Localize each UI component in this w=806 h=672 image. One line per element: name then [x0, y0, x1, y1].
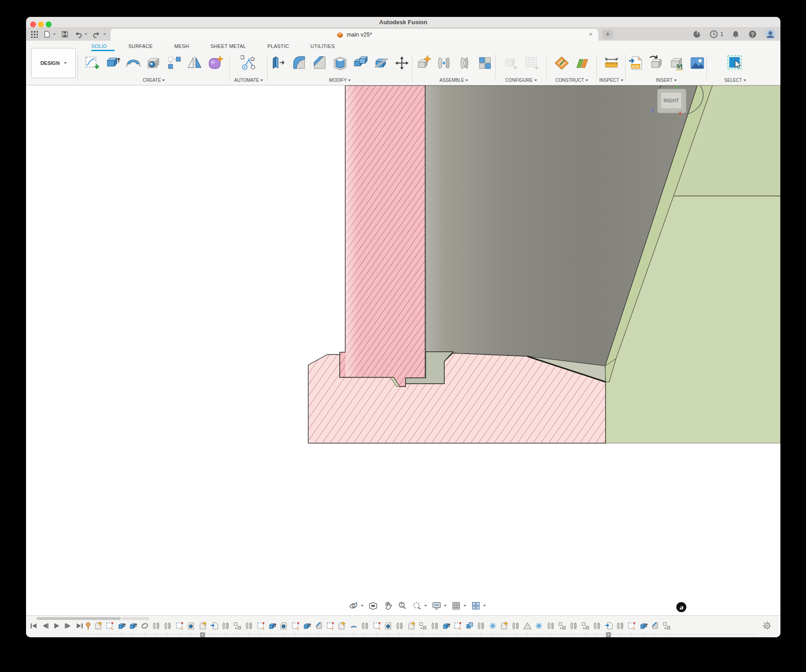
timeline-feature-sketch-icon[interactable] [500, 621, 509, 630]
viewport-canvas[interactable] [26, 85, 780, 615]
bell-icon[interactable] [731, 30, 740, 39]
timeline-feature-extrude-icon[interactable] [302, 621, 311, 630]
assistant-icon[interactable]: a [676, 602, 686, 612]
pattern-button[interactable] [166, 55, 183, 71]
timeline-feature-joint-icon[interactable] [152, 621, 161, 630]
insert-mcmaster-button[interactable]: M [669, 55, 685, 71]
timeline-feature-hole-icon[interactable] [186, 621, 195, 630]
measure-button[interactable] [603, 55, 620, 71]
ribbon-tab-solid[interactable]: SOLID [91, 43, 107, 49]
move-button[interactable] [394, 55, 410, 71]
extension-icon[interactable] [692, 30, 701, 39]
timeline-feature-extrude-icon[interactable] [442, 621, 451, 630]
orbit-button[interactable] [348, 601, 363, 611]
timeline-feature-sketch-icon[interactable] [94, 621, 103, 630]
ribbon-group-label[interactable]: MODIFY [269, 78, 411, 83]
fit-button[interactable] [412, 601, 427, 611]
ribbon-group-label[interactable]: INSERT [627, 78, 706, 83]
timeline-scrollbar-thumb-2[interactable] [122, 617, 149, 620]
viewcube-face-label[interactable]: RIGHT [657, 89, 685, 112]
insert-svg-button[interactable]: SVG [627, 55, 644, 71]
timeline-feature-sketch-edit-icon[interactable] [372, 621, 381, 630]
shell-button[interactable] [332, 55, 348, 71]
configuration-table-button[interactable] [523, 55, 540, 71]
ribbon-group-label[interactable]: SELECT [708, 78, 763, 83]
timeline-settings-gear-icon[interactable] [762, 621, 772, 631]
apps-grid-button[interactable] [29, 29, 40, 39]
viewcube[interactable]: RIGHT Y Z X [655, 87, 687, 116]
viewport[interactable]: RIGHT Y Z X a [26, 85, 780, 615]
grid-settings-button[interactable] [451, 601, 466, 611]
ribbon-group-label[interactable]: CONSTRUCT [548, 78, 596, 83]
close-tab-icon[interactable]: × [589, 31, 593, 38]
timeline-feature-triangle-icon[interactable] [523, 621, 532, 630]
extrude-button[interactable] [105, 55, 121, 71]
timeline-feature-align-icon[interactable] [233, 621, 242, 630]
go-to-end-button[interactable] [75, 622, 84, 630]
timeline-feature-import-icon[interactable] [210, 621, 219, 630]
timeline-feature-hole-icon[interactable] [384, 621, 393, 630]
timeline-group-expand-button[interactable]: + [200, 632, 205, 637]
ribbon-tab-plastic[interactable]: PLASTIC [268, 43, 289, 49]
timeline-feature-chamfer-icon[interactable] [650, 621, 659, 630]
help-icon[interactable]: ? [748, 30, 757, 39]
timeline-feature-chamfer-icon[interactable] [314, 621, 323, 630]
timeline-feature-align-icon[interactable] [558, 621, 567, 630]
timeline-group-expand-button[interactable]: + [606, 632, 611, 637]
timeline-feature-sketch-edit-icon[interactable] [291, 621, 300, 630]
timeline-feature-hole-icon[interactable] [279, 621, 288, 630]
timeline-feature-joint-icon[interactable] [476, 621, 485, 630]
workspace-selector[interactable]: DESIGN [31, 48, 76, 78]
fillet-button[interactable] [291, 55, 307, 71]
viewports-button[interactable] [471, 601, 486, 611]
chamfer-button[interactable] [311, 55, 328, 71]
timeline-feature-joint-icon[interactable] [395, 621, 404, 630]
revolve-button[interactable] [125, 55, 142, 71]
display-settings-button[interactable] [432, 601, 447, 611]
hole-button[interactable] [146, 55, 162, 71]
insert-mesh-button[interactable] [648, 55, 664, 71]
document-tab[interactable]: main v25* × [111, 29, 598, 41]
timeline-feature-joint-icon[interactable] [569, 621, 578, 630]
timeline-feature-sketch-icon[interactable] [407, 621, 416, 630]
timeline-feature-joint-icon[interactable] [430, 621, 439, 630]
as-built-joint-button[interactable] [456, 55, 473, 71]
automate-button[interactable] [241, 55, 257, 71]
timeline-feature-sketch-edit-icon[interactable] [453, 621, 462, 630]
clock-icon[interactable] [709, 30, 718, 39]
ribbon-group-label[interactable]: CREATE [79, 78, 229, 83]
rigid-group-button[interactable] [477, 55, 493, 71]
timeline-feature-link-icon[interactable] [140, 621, 149, 630]
zoom-button[interactable] [397, 601, 407, 611]
ribbon-tab-sheet-metal[interactable]: SHEET METAL [211, 43, 246, 49]
new-component-button[interactable] [415, 55, 432, 71]
create-sketch-button[interactable] [84, 55, 100, 71]
play-button[interactable] [53, 622, 61, 630]
timeline-feature-sketch-edit-icon[interactable] [256, 621, 265, 630]
file-new-button[interactable] [42, 29, 58, 39]
go-to-start-button[interactable] [30, 622, 38, 630]
timeline-feature-combine-icon[interactable] [465, 621, 474, 630]
undo-button[interactable] [72, 29, 89, 39]
timeline-feature-joint-icon[interactable] [616, 621, 625, 630]
timeline-feature-sketch-edit-icon[interactable] [326, 621, 335, 630]
redo-button[interactable] [91, 29, 108, 39]
combine-button[interactable] [353, 55, 369, 71]
step-forward-button[interactable] [64, 622, 72, 630]
new-tab-button[interactable]: + [602, 30, 613, 39]
offset-plane-button[interactable] [574, 55, 590, 71]
avatar-icon[interactable] [765, 29, 776, 40]
timeline-feature-extrude-icon[interactable] [128, 621, 137, 630]
form-button[interactable] [207, 55, 224, 71]
timeline-feature-joint-icon[interactable] [244, 621, 253, 630]
timeline-feature-sketch-edit-icon[interactable] [105, 621, 114, 630]
timeline-feature-snowflake-icon[interactable] [488, 621, 497, 630]
timeline-feature-extrude-icon[interactable] [639, 621, 648, 630]
timeline-feature-joint-icon[interactable] [221, 621, 230, 630]
timeline-feature-snowflake-icon[interactable] [534, 621, 543, 630]
ribbon-tab-utilities[interactable]: UTILITIES [311, 43, 335, 49]
timeline-feature-extrude-icon[interactable] [268, 621, 277, 630]
timeline-feature-joint-icon[interactable] [546, 621, 555, 630]
timeline-feature-sketch-edit-icon[interactable] [627, 621, 636, 630]
timeline-feature-joint-icon[interactable] [163, 621, 172, 630]
